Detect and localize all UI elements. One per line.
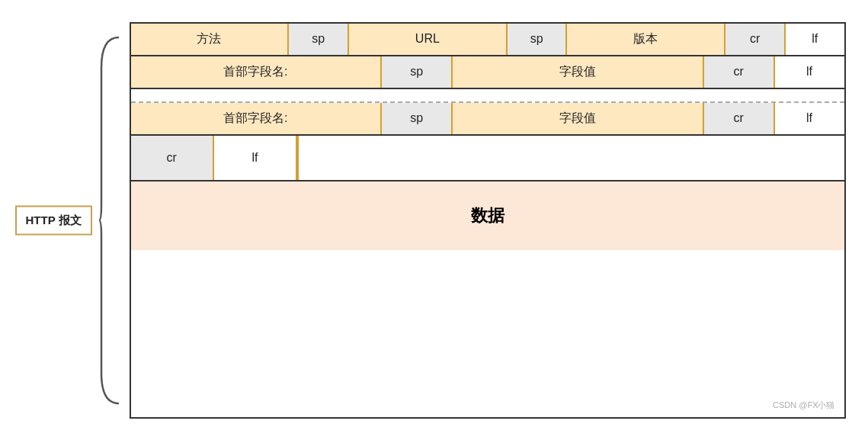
h2-fieldname-cell: 首部字段名: — [131, 103, 383, 134]
version-cell: 版本 — [567, 24, 725, 55]
h2-cr-cell: cr — [704, 103, 775, 134]
diagram-container: HTTP 报文 方法 sp URL sp 版本 cr — [15, 14, 854, 426]
h1-sp-cell: sp — [382, 56, 453, 88]
h2-fieldvalue-cell: 字段值 — [453, 103, 704, 134]
lf1-cell: lf — [786, 24, 844, 55]
http-label-text: HTTP 报文 — [26, 213, 82, 226]
watermark-text: CSDN @FX小猫 — [773, 400, 834, 409]
crlf-lf-cell: lf — [214, 136, 297, 180]
method-cell: 方法 — [131, 24, 290, 55]
method-label: 方法 — [197, 31, 221, 47]
h2-lf-cell: lf — [775, 103, 844, 134]
sp1-cell: sp — [289, 24, 349, 55]
h1-fieldvalue-cell: 字段值 — [453, 56, 704, 88]
url-cell: URL — [349, 24, 508, 55]
h2-sp-label: sp — [410, 111, 423, 125]
h2-cr-label: cr — [733, 111, 743, 125]
header-row-1: 首部字段名: sp 字段值 cr lf — [131, 56, 844, 89]
h1-sp-label: sp — [410, 65, 423, 79]
h2-sp-cell: sp — [382, 103, 453, 134]
h2-fieldvalue-label: 字段值 — [559, 111, 596, 127]
header-row-2: 首部字段名: sp 字段值 cr lf — [131, 103, 844, 136]
brace — [98, 30, 120, 411]
watermark: CSDN @FX小猫 — [773, 400, 834, 411]
sp1-label: sp — [312, 32, 325, 46]
crlf-row: cr lf — [131, 136, 844, 181]
cr1-label: cr — [750, 32, 760, 46]
h1-fieldvalue-label: 字段值 — [559, 64, 596, 80]
data-row: 数据 — [131, 181, 844, 250]
lf1-label: lf — [812, 32, 818, 46]
crlf-lf-label: lf — [252, 151, 258, 165]
crlf-cr-cell: cr — [131, 136, 214, 180]
h1-fieldname-label: 首部字段名: — [223, 64, 287, 80]
cr1-cell: cr — [725, 24, 786, 55]
h1-lf-label: lf — [806, 65, 812, 79]
data-label: 数据 — [471, 204, 504, 227]
h1-lf-cell: lf — [775, 56, 844, 88]
sp2-label: sp — [530, 32, 543, 46]
h1-cr-label: cr — [733, 65, 743, 79]
url-label: URL — [415, 32, 440, 46]
h2-lf-label: lf — [806, 111, 812, 125]
dotted-separator — [131, 89, 844, 103]
h1-fieldname-cell: 首部字段名: — [131, 56, 383, 88]
h1-cr-cell: cr — [704, 56, 775, 88]
crlf-cr-label: cr — [167, 151, 177, 165]
crlf-empty — [297, 136, 844, 180]
request-line-row: 方法 sp URL sp 版本 cr lf — [131, 24, 844, 56]
sp2-cell: sp — [508, 24, 568, 55]
data-cell: 数据 — [131, 181, 844, 250]
main-table: 方法 sp URL sp 版本 cr lf 首部字段名: — [130, 22, 846, 419]
http-label: HTTP 报文 — [15, 205, 92, 235]
version-label: 版本 — [633, 31, 658, 47]
h2-fieldname-label: 首部字段名: — [223, 111, 287, 127]
